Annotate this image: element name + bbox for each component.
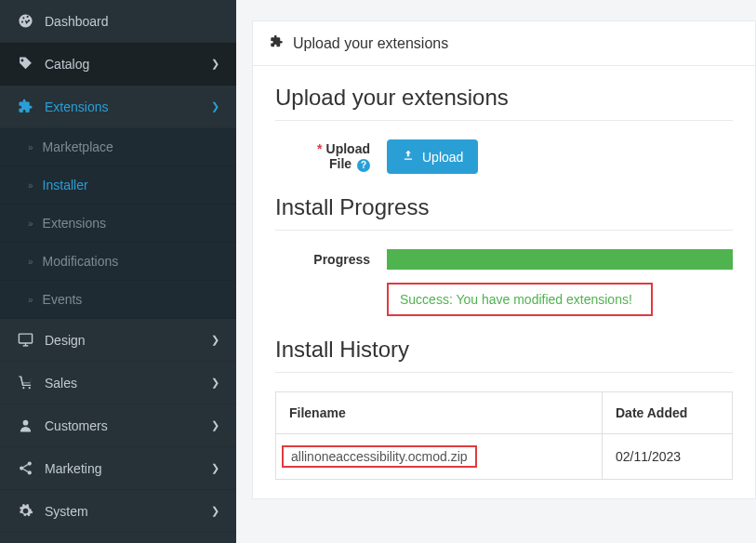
progress-bar	[387, 249, 733, 270]
sidebar-sublabel-marketplace: Marketplace	[43, 139, 113, 154]
sidebar-subitem-events[interactable]: » Events	[0, 281, 236, 319]
svg-point-8	[27, 470, 31, 474]
sidebar-item-customers[interactable]: Customers ❯	[0, 404, 236, 447]
sidebar-item-catalog[interactable]: Catalog ❯	[0, 43, 236, 86]
sidebar-subitem-modifications[interactable]: » Modifications	[0, 243, 236, 281]
upload-icon	[402, 149, 415, 165]
progress-label: Progress	[275, 252, 387, 267]
chevron-right-icon: ❯	[211, 462, 219, 474]
panel-header-text: Upload your extensions	[293, 35, 448, 52]
sidebar-item-system[interactable]: System ❯	[0, 490, 236, 533]
chevron-right-icon: ❯	[211, 334, 219, 346]
sidebar-sublabel-modifications: Modifications	[43, 254, 119, 269]
upload-label-line2: File	[329, 156, 351, 171]
success-alert: Success: You have modified extensions!	[387, 283, 653, 316]
filename-value: allinoneaccessibility.ocmod.zip	[282, 445, 477, 468]
gear-icon	[17, 503, 33, 519]
sidebar-subitem-marketplace[interactable]: » Marketplace	[0, 128, 236, 166]
required-asterisk: *	[317, 141, 322, 156]
chevron-right-icon: ❯	[211, 58, 219, 70]
main-content: Upload your extensions Upload your exten…	[236, 0, 756, 543]
progress-section-title: Install Progress	[275, 194, 733, 231]
table-row: allinoneaccessibility.ocmod.zip 02/11/20…	[276, 434, 733, 480]
sidebar-label-design: Design	[45, 333, 86, 348]
sidebar-item-extensions[interactable]: Extensions ❯	[0, 86, 236, 128]
svg-point-4	[28, 387, 30, 389]
sidebar-sublabel-extensions: Extensions	[43, 216, 106, 231]
panel-header: Upload your extensions	[253, 21, 755, 66]
sidebar-label-extensions: Extensions	[45, 99, 108, 114]
puzzle-icon	[270, 34, 284, 52]
sidebar-item-reports[interactable]: Reports	[0, 533, 236, 543]
svg-point-6	[27, 461, 31, 465]
upload-button-label: Upload	[422, 150, 463, 165]
sidebar-label-system: System	[45, 504, 88, 519]
upload-file-label: *Upload File ?	[275, 141, 387, 172]
desktop-icon	[17, 332, 33, 348]
upload-button[interactable]: Upload	[387, 139, 478, 174]
sidebar-label-marketing: Marketing	[45, 461, 101, 476]
sidebar-subitem-extensions[interactable]: » Extensions	[0, 205, 236, 243]
puzzle-icon	[17, 99, 33, 114]
upload-section-title: Upload your extensions	[275, 85, 733, 121]
chevrons-icon: »	[28, 142, 33, 152]
panel-body: Upload your extensions *Upload File ? Up…	[253, 66, 755, 498]
chevron-right-icon: ❯	[211, 505, 219, 517]
chevrons-icon: »	[28, 180, 33, 191]
upload-label-line1: Upload	[326, 141, 370, 156]
chevrons-icon: »	[28, 295, 33, 305]
cell-date: 02/11/2023	[603, 434, 733, 480]
sidebar-item-sales[interactable]: Sales ❯	[0, 362, 236, 404]
chevron-right-icon: ❯	[211, 377, 219, 389]
sidebar-item-marketing[interactable]: Marketing ❯	[0, 447, 236, 490]
sidebar-item-dashboard[interactable]: Dashboard	[0, 0, 236, 43]
help-icon[interactable]: ?	[357, 159, 370, 172]
success-message: Success: You have modified extensions!	[400, 292, 632, 307]
chevron-right-icon: ❯	[211, 100, 219, 113]
sidebar-sublabel-events: Events	[43, 292, 83, 307]
sidebar-subitem-installer[interactable]: » Installer	[0, 166, 236, 205]
cell-filename: allinoneaccessibility.ocmod.zip	[276, 434, 603, 480]
chevrons-icon: »	[28, 257, 33, 267]
sidebar-label-dashboard: Dashboard	[45, 14, 109, 29]
sidebar-label-sales: Sales	[45, 376, 77, 391]
sidebar: Dashboard Catalog ❯ Extensions ❯ » Marke…	[0, 0, 236, 543]
svg-point-7	[20, 466, 23, 470]
upload-row: *Upload File ? Upload	[275, 139, 733, 174]
tag-icon	[17, 56, 33, 72]
sidebar-sublabel-installer: Installer	[43, 178, 88, 192]
svg-point-3	[22, 387, 24, 389]
progress-row: Progress	[275, 249, 733, 270]
cart-icon	[17, 375, 33, 391]
share-icon	[17, 460, 33, 476]
history-section-title: Install History	[275, 337, 733, 373]
chevron-right-icon: ❯	[211, 419, 219, 431]
col-date-added: Date Added	[603, 392, 733, 434]
sidebar-label-catalog: Catalog	[45, 57, 89, 72]
svg-rect-0	[19, 334, 32, 343]
svg-point-5	[22, 420, 28, 426]
table-header-row: Filename Date Added	[276, 392, 733, 434]
sidebar-item-design[interactable]: Design ❯	[0, 319, 236, 362]
user-icon	[17, 417, 33, 433]
sidebar-label-customers: Customers	[45, 418, 108, 433]
chevrons-icon: »	[28, 219, 33, 229]
install-history-table: Filename Date Added allinoneaccessibilit…	[275, 391, 733, 480]
sidebar-submenu-extensions: » Marketplace » Installer » Extensions »…	[0, 128, 236, 319]
col-filename: Filename	[276, 392, 603, 434]
upload-panel: Upload your extensions Upload your exten…	[252, 20, 756, 499]
dashboard-icon	[17, 13, 33, 29]
